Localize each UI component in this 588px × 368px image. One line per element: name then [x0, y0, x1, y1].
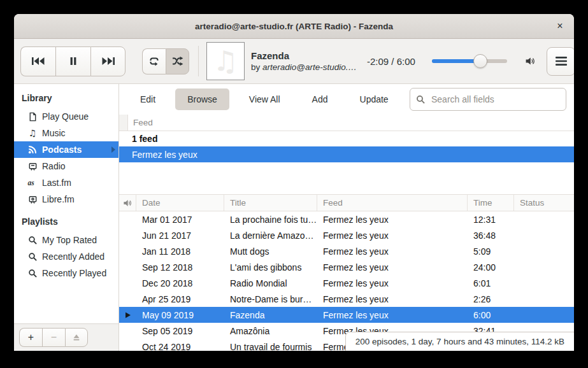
titlebar[interactable]: arteradio@arte-studio.fr (ARTE Radio) - …: [14, 14, 574, 39]
sidebar-item-recently-played[interactable]: Recently Played: [14, 265, 118, 281]
playback-toolbar: ♫ Fazenda by arteradio@arte-studio.… -2:…: [14, 39, 574, 84]
next-button[interactable]: [90, 46, 125, 76]
episode-row[interactable]: Mar 01 2017 La prochaine fois tu… Fermez…: [119, 211, 574, 227]
hamburger-menu-icon: [556, 57, 567, 66]
window-body: Library Play Queue ♫ Music Podcasts Radi…: [14, 84, 574, 351]
sidebar-item-label: Radio: [42, 161, 66, 171]
feed-column-header[interactable]: Feed: [119, 115, 574, 131]
sidebar-item-lastfm[interactable]: as Last.fm: [14, 174, 118, 191]
pause-button[interactable]: [55, 46, 90, 76]
app-menu-button[interactable]: [547, 47, 574, 76]
sidebar-item-radio[interactable]: Radio: [14, 158, 118, 174]
repeat-icon: [148, 56, 160, 66]
browse-button[interactable]: Browse: [175, 88, 229, 110]
playback-button-group: [20, 46, 125, 76]
feed-header-corner: [119, 115, 128, 131]
auto-playlist-icon: [27, 268, 38, 278]
radio-icon: [27, 161, 38, 171]
sidebar-item-label: Last.fm: [42, 178, 71, 188]
rss-feed-icon: [27, 145, 38, 155]
skip-forward-icon: [101, 56, 116, 66]
volume-button[interactable]: [521, 52, 539, 70]
sidebar-item-play-queue[interactable]: Play Queue: [14, 108, 118, 125]
speaker-icon: [525, 55, 535, 67]
close-button[interactable]: ×: [546, 14, 574, 38]
document-icon: [27, 111, 38, 122]
time-column-header[interactable]: Time: [468, 195, 514, 211]
eject-icon: [72, 333, 81, 342]
artist-prefix: by: [251, 62, 262, 72]
screen: { "titlebar": { "title": "arteradio@arte…: [0, 0, 588, 368]
sidebar-item-label: Recently Added: [42, 251, 104, 262]
main-area: Edit Browse View All Add Update Feed 1 f…: [119, 84, 574, 351]
auto-playlist-icon: [27, 235, 38, 245]
repeat-button[interactable]: [142, 48, 166, 74]
add-button[interactable]: +: [19, 328, 42, 347]
add-podcast-button[interactable]: Add: [300, 88, 340, 110]
status-text: 200 episodes, 1 day, 7 hours and 43 minu…: [355, 337, 564, 346]
playing-column-header[interactable]: [119, 195, 136, 211]
app-window: arteradio@arte-studio.fr (ARTE Radio) - …: [14, 14, 574, 351]
playlists-section-header: Playlists: [14, 208, 118, 232]
sidebar: Library Play Queue ♫ Music Podcasts Radi…: [14, 84, 119, 351]
status-bar: 200 episodes, 1 day, 7 hours and 43 minu…: [345, 332, 574, 351]
sidebar-item-label: Music: [42, 128, 66, 138]
episode-list: Date Title Feed Time Status Mar 01 2017 …: [119, 194, 574, 351]
eject-button[interactable]: [65, 328, 88, 347]
feed-row[interactable]: Fermez les yeux: [119, 146, 574, 162]
feed-column-header[interactable]: Feed: [317, 195, 468, 211]
library-section-header: Library: [14, 90, 118, 108]
episode-row[interactable]: Jan 11 2018 Mutt dogs Fermez les yeux 5:…: [119, 243, 574, 259]
librefm-icon: [27, 194, 38, 204]
skip-backward-icon: [31, 56, 46, 66]
repeat-shuffle-group: [142, 48, 189, 74]
edit-button[interactable]: Edit: [128, 88, 168, 110]
episode-column-headers: Date Title Feed Time Status: [119, 194, 574, 211]
episode-row-selected[interactable]: May 09 2019 Fazenda Fermez les yeux 6:00: [119, 307, 574, 323]
status-column-header[interactable]: Status: [514, 195, 574, 211]
remove-button[interactable]: −: [42, 328, 65, 347]
seek-slider[interactable]: [432, 59, 507, 63]
previous-button[interactable]: [20, 46, 55, 76]
artist-name: arteradio@arte-studio.…: [262, 62, 357, 72]
podcast-toolbar: Edit Browse View All Add Update: [119, 84, 574, 115]
toolbar-separator: [198, 46, 199, 76]
episode-row[interactable]: Dec 20 2018 Radio Mondial Fermez les yeu…: [119, 275, 574, 291]
feed-browser: Feed 1 feed Fermez les yeux: [119, 115, 574, 192]
sidebar-item-music[interactable]: ♫ Music: [14, 125, 118, 141]
sidebar-item-label: Libre.fm: [42, 194, 75, 204]
auto-playlist-icon: [27, 251, 38, 262]
search-input[interactable]: [430, 94, 560, 105]
playlist-actions-group: + −: [19, 328, 88, 347]
track-artist: by arteradio@arte-studio.…: [251, 62, 366, 72]
close-icon: ×: [557, 20, 563, 32]
speaker-icon: [123, 199, 132, 208]
sidebar-item-label: My Top Rated: [42, 235, 97, 245]
episode-row[interactable]: Sep 12 2018 L'ami des gibbons Fermez les…: [119, 259, 574, 275]
sidebar-toolbar: + −: [14, 323, 118, 351]
window-title: arteradio@arte-studio.fr (ARTE Radio) - …: [195, 22, 393, 31]
episode-row[interactable]: Apr 25 2019 Notre-Dame is bur… Fermez le…: [119, 291, 574, 307]
search-box[interactable]: [410, 88, 566, 111]
sidebar-item-label: Recently Played: [42, 268, 106, 278]
feed-count-row[interactable]: 1 feed: [119, 131, 574, 146]
sidebar-item-my-top-rated[interactable]: My Top Rated: [14, 232, 118, 248]
track-title: Fazenda: [251, 50, 366, 61]
playing-indicator-icon: [125, 312, 131, 318]
shuffle-button[interactable]: [166, 48, 189, 74]
sidebar-item-librefm[interactable]: Libre.fm: [14, 191, 118, 208]
title-column-header[interactable]: Title: [224, 195, 317, 211]
lastfm-icon: as: [27, 178, 38, 188]
sidebar-item-podcasts[interactable]: Podcasts: [14, 141, 118, 158]
view-all-button[interactable]: View All: [237, 88, 292, 110]
sidebar-item-label: Play Queue: [42, 111, 89, 122]
seek-handle[interactable]: [473, 54, 487, 68]
playback-time: -2:09 / 6:00: [367, 56, 423, 67]
date-column-header[interactable]: Date: [136, 195, 224, 211]
pause-icon: [68, 56, 78, 66]
episode-row[interactable]: Jun 21 2017 La dernière Amazo… Fermez le…: [119, 227, 574, 243]
track-info: Fazenda by arteradio@arte-studio.…: [251, 50, 366, 72]
expander-arrow-icon[interactable]: [111, 146, 115, 153]
update-button[interactable]: Update: [348, 88, 401, 110]
sidebar-item-recently-added[interactable]: Recently Added: [14, 248, 118, 265]
